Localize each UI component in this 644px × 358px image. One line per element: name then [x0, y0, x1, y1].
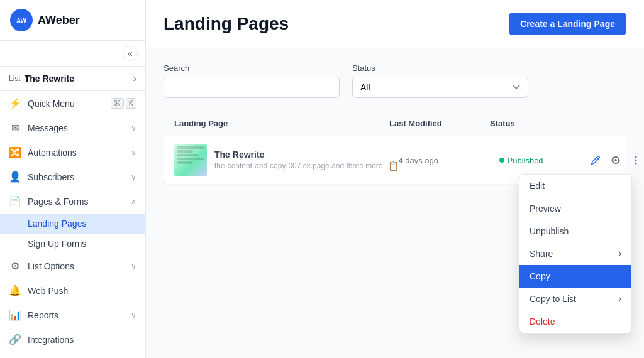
nav-reports[interactable]: 📊 Reports ∨ [0, 303, 145, 327]
svg-point-2 [635, 156, 636, 158]
automations-label: Automations [28, 148, 125, 158]
thumb-line-1 [177, 146, 204, 149]
page-thumbnail [174, 144, 207, 176]
more-options-button[interactable] [628, 152, 644, 168]
brand-name: AWeber [38, 14, 80, 27]
web-push-label: Web Push [28, 286, 136, 296]
kbd-k: K [126, 98, 136, 109]
list-options-icon: ⚙ [9, 260, 21, 272]
pages-forms-icon: 📄 [9, 195, 21, 207]
menu-item-unpublish[interactable]: Unpublish [519, 220, 631, 242]
list-options-label: List Options [28, 261, 125, 271]
status-cell: Published [499, 156, 587, 165]
subscribers-icon: 👤 [9, 171, 21, 183]
search-filter-group: Search [164, 63, 340, 98]
web-push-icon: 🔔 [9, 285, 21, 296]
status-label: Status [352, 63, 528, 73]
menu-preview-label: Preview [530, 203, 561, 214]
main-area: Landing Pages Create a Landing Page Sear… [146, 0, 644, 358]
sidebar-item-landing-pages[interactable]: Landing Pages [0, 214, 145, 234]
sidebar: AW AWeber « List The Rewrite › ⚡ Quick M… [0, 0, 146, 358]
reports-label: Reports [28, 310, 125, 320]
messages-chevron-icon: ∨ [131, 124, 136, 133]
integrations-label: Integrations [28, 335, 136, 345]
reports-icon: 📊 [9, 309, 21, 321]
page-url: the-content-and-copy-007.ck.page and thr… [214, 161, 383, 170]
create-landing-page-button[interactable]: Create a Landing Page [509, 13, 626, 35]
pages-forms-chevron-icon: ∧ [131, 197, 136, 206]
menu-unpublish-label: Unpublish [530, 226, 569, 236]
copy-link-icon[interactable]: 📋 [388, 161, 399, 171]
menu-item-share[interactable]: Share › [519, 242, 631, 265]
main-header: Landing Pages Create a Landing Page [146, 0, 644, 48]
menu-copy-to-list-label: Copy to List [530, 294, 576, 304]
automations-icon: 🔀 [9, 146, 21, 158]
menu-item-edit[interactable]: Edit [519, 175, 631, 197]
thumbnail-preview [174, 144, 207, 176]
col-actions [578, 119, 616, 128]
status-filter-group: Status All Published Unpublished Draft [352, 63, 528, 98]
landing-pages-table: Landing Page Last Modified Status [164, 111, 626, 185]
col-landing-page: Landing Page [174, 119, 389, 128]
landing-pages-sub-label: Landing Pages [28, 219, 86, 229]
menu-item-copy-to-list[interactable]: Copy to List › [519, 288, 631, 310]
edit-button[interactable] [587, 152, 604, 168]
collapse-sidebar-button[interactable]: « [123, 46, 138, 61]
edit-icon [591, 155, 601, 165]
copy-to-list-chevron-icon: › [619, 295, 621, 303]
menu-share-label: Share [530, 249, 553, 259]
sign-up-forms-sub-label: Sign Up Forms [28, 239, 86, 249]
more-dots-icon [631, 155, 641, 165]
context-menu: Edit Preview Unpublish Share › Copy [519, 174, 632, 334]
menu-item-preview[interactable]: Preview [519, 197, 631, 220]
status-text: Published [508, 156, 543, 165]
menu-delete-label: Delete [530, 317, 555, 327]
svg-text:AW: AW [16, 18, 27, 24]
nav-messages[interactable]: ✉ Messages ∨ [0, 116, 145, 140]
svg-point-3 [635, 160, 636, 161]
preview-button[interactable] [608, 152, 624, 168]
quick-menu-icon: ⚡ [9, 97, 21, 109]
nav-subscribers[interactable]: 👤 Subscribers ∨ [0, 165, 145, 189]
thumb-line-2 [177, 150, 193, 153]
kbd-cmd: ⌘ [111, 98, 124, 109]
collapse-area: « [0, 41, 145, 67]
nav-list-options[interactable]: ⚙ List Options ∨ [0, 254, 145, 278]
thumb-line-5 [177, 161, 193, 164]
nav-pages-forms[interactable]: 📄 Pages & Forms ∧ [0, 189, 145, 214]
svg-point-4 [635, 163, 636, 165]
col-status: Status [490, 119, 578, 128]
list-selector[interactable]: List The Rewrite › [0, 67, 145, 91]
keyboard-shortcut: ⌘ K [111, 98, 136, 109]
search-input[interactable] [164, 77, 340, 98]
main-content: Search Status All Published Unpublished … [146, 48, 644, 358]
thumb-line-3 [177, 154, 199, 156]
menu-edit-label: Edit [530, 181, 545, 191]
messages-icon: ✉ [9, 122, 21, 134]
table-row: The Rewrite the-content-and-copy-007.ck.… [164, 136, 626, 185]
page-name: The Rewrite [214, 149, 399, 160]
nav-quick-menu[interactable]: ⚡ Quick Menu ⌘ K [0, 91, 145, 116]
nav-automations[interactable]: 🔀 Automations ∨ [0, 140, 145, 165]
list-options-chevron-icon: ∨ [131, 262, 136, 271]
menu-item-copy[interactable]: Copy [519, 265, 631, 288]
eye-icon [611, 155, 621, 165]
share-chevron-icon: › [619, 249, 621, 258]
pages-forms-label: Pages & Forms [28, 197, 125, 207]
nav-web-push[interactable]: 🔔 Web Push [0, 278, 145, 303]
menu-item-delete[interactable]: Delete [519, 310, 631, 333]
status-select[interactable]: All Published Unpublished Draft [352, 77, 528, 98]
messages-label: Messages [28, 123, 125, 133]
menu-copy-label: Copy [530, 271, 550, 281]
subscribers-label: Subscribers [28, 172, 125, 182]
reports-chevron-icon: ∨ [131, 311, 136, 320]
search-label: Search [164, 63, 340, 73]
status-badge: Published [499, 156, 587, 165]
nav-integrations[interactable]: 🔗 Integrations [0, 327, 145, 352]
logo-area: AW AWeber [0, 0, 145, 41]
modified-text: 4 days ago [399, 156, 439, 165]
integrations-icon: 🔗 [9, 334, 21, 345]
quick-menu-label: Quick Menu [28, 99, 104, 109]
sidebar-item-sign-up-forms[interactable]: Sign Up Forms [0, 234, 145, 254]
nav-help[interactable]: ❓ Help [0, 352, 145, 358]
